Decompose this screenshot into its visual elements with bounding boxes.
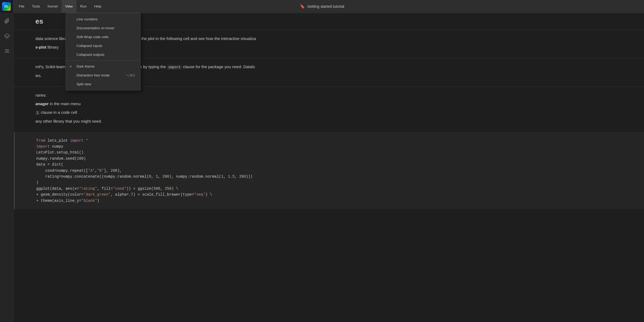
code-line-4: LetsPlot.setup_html() xyxy=(36,149,639,155)
sidebar-icon-list[interactable] xyxy=(2,46,12,56)
code-line-9: ) xyxy=(36,180,639,185)
menu-item-collapsed-outputs-label: Collapsed outputs xyxy=(76,53,104,57)
menu-file[interactable]: File xyxy=(15,0,28,13)
code-line-1: from lets_plot import * xyxy=(36,138,639,144)
text-list-item-2: l clause in a code cell xyxy=(35,109,628,116)
menu-item-split-view-label: Split view xyxy=(76,82,91,86)
menu-item-collapsed-inputs[interactable]: Collapsed inputs xyxy=(66,41,140,50)
menu-item-soft-wrap-label: Soft-Wrap code cells xyxy=(76,35,109,39)
menu-view[interactable]: View xyxy=(61,0,76,13)
distraction-free-shortcut: ⌥⌘D xyxy=(126,74,135,77)
menu-item-soft-wrap[interactable]: Soft-Wrap code cells xyxy=(66,32,140,41)
menu-help[interactable]: Help xyxy=(90,0,105,13)
menu-item-collapsed-outputs[interactable]: Collapsed outputs xyxy=(66,50,140,59)
main-layout: Line numbers Documentation on hover Soft… xyxy=(0,13,644,322)
sidebar-icon-paperclip[interactable] xyxy=(2,16,12,26)
bookmark-icon: 🔖 xyxy=(300,4,305,9)
code-cell-1: from lets_plot import * import numpy Let… xyxy=(14,132,644,209)
menu-item-dark-theme[interactable]: ✓ Dark theme xyxy=(66,62,140,71)
code-line-12: + geom_density(color='dark_green', alpha… xyxy=(36,192,639,197)
dropdown-separator xyxy=(66,60,140,61)
logo-icon-dl: DL xyxy=(2,2,11,11)
menu-item-distraction-free[interactable]: Distraction free mode ⌥⌘D xyxy=(66,71,140,80)
menu-item-line-numbers[interactable]: Line numbers xyxy=(66,15,140,24)
code-line-8: rating=numpy.concatenate((numpy.random.n… xyxy=(36,174,639,180)
text-list-item-1: anager in the main menu xyxy=(35,101,628,107)
code-line-13: + theme(axis_line_y='blank') xyxy=(36,198,639,204)
menu-item-line-numbers-label: Line numbers xyxy=(76,17,98,21)
content-area: Line numbers Documentation on hover Soft… xyxy=(14,13,644,322)
menu-kernel[interactable]: Kernel xyxy=(44,0,61,13)
menu-items: File Tools Kernel View Run Help xyxy=(15,0,105,13)
header-center: 🔖 Getting started tutorial xyxy=(300,4,344,9)
app-logo: DL xyxy=(0,0,13,13)
tutorial-link[interactable]: Getting started tutorial xyxy=(307,4,344,9)
sidebar-icon-cube[interactable] xyxy=(2,31,12,41)
code-cell-content[interactable]: from lets_plot import * import numpy Let… xyxy=(15,132,644,209)
text-libraries-header: raries: xyxy=(35,92,628,98)
menu-item-doc-on-hover-label: Documentation on hover xyxy=(76,26,115,30)
text-cell-3: raries: anager in the main menu l clause… xyxy=(14,87,644,132)
text-list-item-3: any other library that you might need. xyxy=(35,118,628,125)
menu-item-split-view[interactable]: Split view xyxy=(66,80,140,89)
dark-theme-checkmark: ✓ xyxy=(69,65,72,68)
code-line-6: data = dict( xyxy=(36,162,639,167)
menu-tools[interactable]: Tools xyxy=(28,0,44,13)
menu-item-collapsed-inputs-label: Collapsed inputs xyxy=(76,44,102,48)
code-line-11: ggplot(data, aes(x='rating', fill='cond'… xyxy=(36,186,639,192)
menu-run[interactable]: Run xyxy=(76,0,90,13)
menu-item-distraction-free-label: Distraction free mode xyxy=(76,73,110,77)
menu-item-doc-on-hover[interactable]: Documentation on hover xyxy=(66,24,140,32)
sidebar xyxy=(0,13,14,322)
code-line-7: cond=numpy.repeat(['A','B'], 200), xyxy=(36,168,639,174)
code-line-2: import numpy xyxy=(36,144,639,149)
menu-bar: DL File Tools Kernel View Run Help 🔖 Get… xyxy=(0,0,644,13)
view-dropdown-menu: Line numbers Documentation on hover Soft… xyxy=(65,13,141,90)
code-line-5: numpy.random.seed(100) xyxy=(36,156,639,162)
menu-item-dark-theme-label: Dark theme xyxy=(76,64,94,68)
